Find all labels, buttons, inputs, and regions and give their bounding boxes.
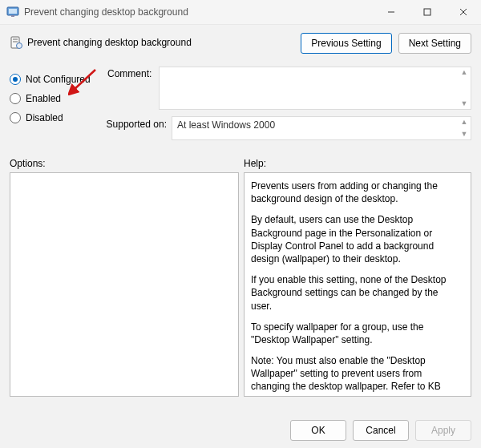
next-setting-button[interactable]: Next Setting [398, 33, 471, 54]
previous-setting-button[interactable]: Previous Setting [301, 33, 391, 54]
policy-title: Prevent changing desktop background [27, 37, 192, 48]
dialog-body: Prevent changing desktop background Prev… [0, 25, 481, 448]
scroll-up-icon[interactable]: ▲ [459, 119, 469, 126]
minimize-button[interactable] [373, 0, 409, 24]
supported-on-value: At least Windows 2000 [177, 119, 275, 131]
state-radio-group: Not Configured Enabled Disabled [10, 70, 98, 127]
radio-enabled[interactable]: Enabled [10, 89, 98, 108]
help-paragraph: If you enable this setting, none of the … [251, 273, 456, 313]
help-paragraph: To specify wallpaper for a group, use th… [251, 321, 456, 346]
supported-on-label: Supported on: [98, 116, 172, 130]
apply-button[interactable]: Apply [415, 420, 471, 441]
ok-button[interactable]: OK [290, 420, 346, 441]
window-title: Prevent changing desktop background [24, 6, 373, 18]
titlebar: Prevent changing desktop background [0, 0, 481, 25]
scroll-down-icon[interactable]: ▼ [459, 131, 469, 138]
radio-not-configured[interactable]: Not Configured [10, 70, 98, 89]
options-label: Options: [10, 158, 244, 169]
radio-label: Enabled [26, 93, 61, 104]
app-icon [6, 6, 19, 18]
radio-label: Not Configured [26, 74, 91, 85]
comment-label: Comment: [107, 67, 159, 79]
svg-rect-1 [9, 9, 17, 14]
scroll-down-icon[interactable]: ▼ [459, 100, 469, 107]
close-button[interactable] [445, 0, 481, 24]
radio-icon [10, 93, 21, 104]
dialog-footer: OK Cancel Apply [290, 420, 471, 441]
radio-disabled[interactable]: Disabled [10, 108, 98, 127]
svg-rect-2 [11, 15, 14, 17]
radio-icon [10, 112, 21, 123]
help-paragraph: Prevents users from adding or changing t… [251, 180, 456, 205]
radio-icon [10, 74, 21, 85]
help-paragraph: By default, users can use the Desktop Ba… [251, 213, 456, 265]
svg-rect-4 [424, 9, 430, 15]
window-controls [373, 0, 481, 24]
radio-label: Disabled [26, 112, 63, 123]
comment-textarea[interactable]: ▲ ▼ [159, 67, 471, 110]
help-label: Help: [244, 158, 471, 169]
options-panel [10, 172, 239, 397]
svg-point-11 [17, 43, 22, 49]
maximize-button[interactable] [409, 0, 445, 24]
help-panel: Prevents users from adding or changing t… [244, 172, 471, 397]
supported-on-field: At least Windows 2000 ▲ ▼ [172, 116, 471, 140]
scroll-up-icon[interactable]: ▲ [459, 69, 469, 76]
help-paragraph: Note: You must also enable the "Desktop … [251, 354, 456, 397]
policy-icon [10, 36, 22, 49]
cancel-button[interactable]: Cancel [353, 420, 409, 441]
